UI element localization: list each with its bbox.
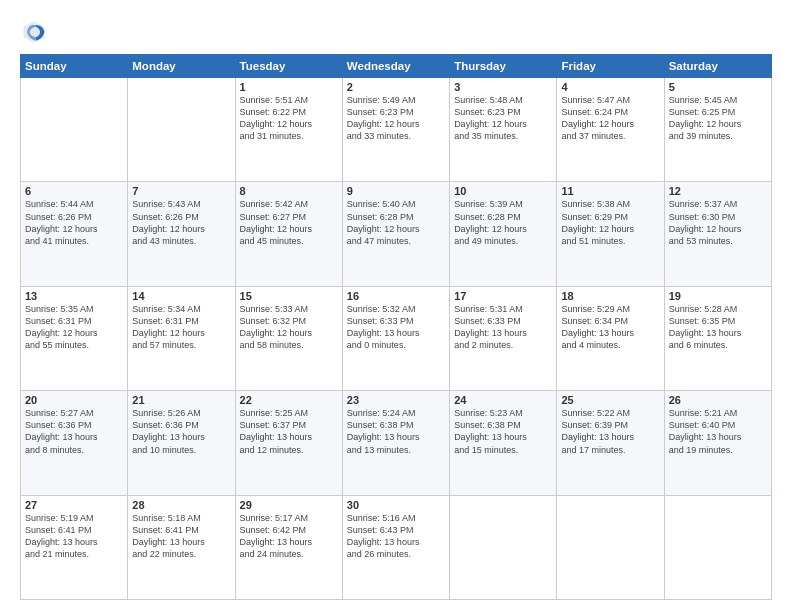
calendar-week-4: 20Sunrise: 5:27 AM Sunset: 6:36 PM Dayli… — [21, 391, 772, 495]
calendar-cell: 2Sunrise: 5:49 AM Sunset: 6:23 PM Daylig… — [342, 78, 449, 182]
cell-day-number: 22 — [240, 394, 338, 406]
calendar-week-1: 1Sunrise: 5:51 AM Sunset: 6:22 PM Daylig… — [21, 78, 772, 182]
cell-info-text: Sunrise: 5:21 AM Sunset: 6:40 PM Dayligh… — [669, 407, 767, 456]
calendar-cell: 23Sunrise: 5:24 AM Sunset: 6:38 PM Dayli… — [342, 391, 449, 495]
cell-day-number: 5 — [669, 81, 767, 93]
calendar-header-sunday: Sunday — [21, 55, 128, 78]
cell-day-number: 25 — [561, 394, 659, 406]
cell-info-text: Sunrise: 5:31 AM Sunset: 6:33 PM Dayligh… — [454, 303, 552, 352]
cell-info-text: Sunrise: 5:26 AM Sunset: 6:36 PM Dayligh… — [132, 407, 230, 456]
calendar-header-row: SundayMondayTuesdayWednesdayThursdayFrid… — [21, 55, 772, 78]
cell-day-number: 24 — [454, 394, 552, 406]
cell-info-text: Sunrise: 5:28 AM Sunset: 6:35 PM Dayligh… — [669, 303, 767, 352]
cell-day-number: 2 — [347, 81, 445, 93]
cell-info-text: Sunrise: 5:32 AM Sunset: 6:33 PM Dayligh… — [347, 303, 445, 352]
cell-info-text: Sunrise: 5:42 AM Sunset: 6:27 PM Dayligh… — [240, 198, 338, 247]
calendar-cell: 24Sunrise: 5:23 AM Sunset: 6:38 PM Dayli… — [450, 391, 557, 495]
cell-info-text: Sunrise: 5:33 AM Sunset: 6:32 PM Dayligh… — [240, 303, 338, 352]
logo — [20, 18, 52, 46]
calendar-cell: 3Sunrise: 5:48 AM Sunset: 6:23 PM Daylig… — [450, 78, 557, 182]
cell-day-number: 18 — [561, 290, 659, 302]
cell-info-text: Sunrise: 5:40 AM Sunset: 6:28 PM Dayligh… — [347, 198, 445, 247]
cell-day-number: 4 — [561, 81, 659, 93]
calendar-cell: 6Sunrise: 5:44 AM Sunset: 6:26 PM Daylig… — [21, 182, 128, 286]
calendar-cell: 20Sunrise: 5:27 AM Sunset: 6:36 PM Dayli… — [21, 391, 128, 495]
calendar-cell: 28Sunrise: 5:18 AM Sunset: 6:41 PM Dayli… — [128, 495, 235, 599]
calendar-table: SundayMondayTuesdayWednesdayThursdayFrid… — [20, 54, 772, 600]
calendar-week-2: 6Sunrise: 5:44 AM Sunset: 6:26 PM Daylig… — [21, 182, 772, 286]
calendar-cell: 13Sunrise: 5:35 AM Sunset: 6:31 PM Dayli… — [21, 286, 128, 390]
cell-day-number: 3 — [454, 81, 552, 93]
calendar-cell: 8Sunrise: 5:42 AM Sunset: 6:27 PM Daylig… — [235, 182, 342, 286]
calendar-cell — [557, 495, 664, 599]
generalblue-icon — [20, 18, 48, 46]
cell-day-number: 17 — [454, 290, 552, 302]
header — [20, 18, 772, 46]
cell-info-text: Sunrise: 5:43 AM Sunset: 6:26 PM Dayligh… — [132, 198, 230, 247]
cell-info-text: Sunrise: 5:24 AM Sunset: 6:38 PM Dayligh… — [347, 407, 445, 456]
cell-day-number: 8 — [240, 185, 338, 197]
calendar-cell: 7Sunrise: 5:43 AM Sunset: 6:26 PM Daylig… — [128, 182, 235, 286]
cell-info-text: Sunrise: 5:38 AM Sunset: 6:29 PM Dayligh… — [561, 198, 659, 247]
page: SundayMondayTuesdayWednesdayThursdayFrid… — [0, 0, 792, 612]
cell-day-number: 12 — [669, 185, 767, 197]
cell-info-text: Sunrise: 5:44 AM Sunset: 6:26 PM Dayligh… — [25, 198, 123, 247]
cell-info-text: Sunrise: 5:45 AM Sunset: 6:25 PM Dayligh… — [669, 94, 767, 143]
calendar-cell: 17Sunrise: 5:31 AM Sunset: 6:33 PM Dayli… — [450, 286, 557, 390]
cell-day-number: 27 — [25, 499, 123, 511]
cell-day-number: 19 — [669, 290, 767, 302]
cell-info-text: Sunrise: 5:22 AM Sunset: 6:39 PM Dayligh… — [561, 407, 659, 456]
cell-day-number: 26 — [669, 394, 767, 406]
calendar-cell — [128, 78, 235, 182]
calendar-week-3: 13Sunrise: 5:35 AM Sunset: 6:31 PM Dayli… — [21, 286, 772, 390]
calendar-cell: 4Sunrise: 5:47 AM Sunset: 6:24 PM Daylig… — [557, 78, 664, 182]
cell-info-text: Sunrise: 5:16 AM Sunset: 6:43 PM Dayligh… — [347, 512, 445, 561]
cell-info-text: Sunrise: 5:47 AM Sunset: 6:24 PM Dayligh… — [561, 94, 659, 143]
calendar-cell: 19Sunrise: 5:28 AM Sunset: 6:35 PM Dayli… — [664, 286, 771, 390]
calendar-cell: 22Sunrise: 5:25 AM Sunset: 6:37 PM Dayli… — [235, 391, 342, 495]
cell-day-number: 1 — [240, 81, 338, 93]
cell-info-text: Sunrise: 5:34 AM Sunset: 6:31 PM Dayligh… — [132, 303, 230, 352]
calendar-cell: 9Sunrise: 5:40 AM Sunset: 6:28 PM Daylig… — [342, 182, 449, 286]
cell-info-text: Sunrise: 5:27 AM Sunset: 6:36 PM Dayligh… — [25, 407, 123, 456]
calendar-header-thursday: Thursday — [450, 55, 557, 78]
calendar-cell — [664, 495, 771, 599]
calendar-cell: 25Sunrise: 5:22 AM Sunset: 6:39 PM Dayli… — [557, 391, 664, 495]
cell-day-number: 10 — [454, 185, 552, 197]
cell-day-number: 6 — [25, 185, 123, 197]
cell-info-text: Sunrise: 5:18 AM Sunset: 6:41 PM Dayligh… — [132, 512, 230, 561]
cell-day-number: 14 — [132, 290, 230, 302]
cell-day-number: 21 — [132, 394, 230, 406]
calendar-cell: 11Sunrise: 5:38 AM Sunset: 6:29 PM Dayli… — [557, 182, 664, 286]
cell-day-number: 20 — [25, 394, 123, 406]
cell-info-text: Sunrise: 5:39 AM Sunset: 6:28 PM Dayligh… — [454, 198, 552, 247]
calendar-cell: 15Sunrise: 5:33 AM Sunset: 6:32 PM Dayli… — [235, 286, 342, 390]
cell-day-number: 16 — [347, 290, 445, 302]
calendar-cell: 1Sunrise: 5:51 AM Sunset: 6:22 PM Daylig… — [235, 78, 342, 182]
cell-info-text: Sunrise: 5:49 AM Sunset: 6:23 PM Dayligh… — [347, 94, 445, 143]
calendar-header-tuesday: Tuesday — [235, 55, 342, 78]
cell-info-text: Sunrise: 5:23 AM Sunset: 6:38 PM Dayligh… — [454, 407, 552, 456]
calendar-cell: 21Sunrise: 5:26 AM Sunset: 6:36 PM Dayli… — [128, 391, 235, 495]
calendar-week-5: 27Sunrise: 5:19 AM Sunset: 6:41 PM Dayli… — [21, 495, 772, 599]
calendar-cell: 26Sunrise: 5:21 AM Sunset: 6:40 PM Dayli… — [664, 391, 771, 495]
calendar-cell: 27Sunrise: 5:19 AM Sunset: 6:41 PM Dayli… — [21, 495, 128, 599]
cell-day-number: 15 — [240, 290, 338, 302]
cell-day-number: 7 — [132, 185, 230, 197]
calendar-cell — [450, 495, 557, 599]
cell-day-number: 29 — [240, 499, 338, 511]
cell-day-number: 11 — [561, 185, 659, 197]
cell-day-number: 30 — [347, 499, 445, 511]
calendar-cell: 16Sunrise: 5:32 AM Sunset: 6:33 PM Dayli… — [342, 286, 449, 390]
cell-day-number: 9 — [347, 185, 445, 197]
calendar-header-monday: Monday — [128, 55, 235, 78]
cell-info-text: Sunrise: 5:37 AM Sunset: 6:30 PM Dayligh… — [669, 198, 767, 247]
calendar-cell: 5Sunrise: 5:45 AM Sunset: 6:25 PM Daylig… — [664, 78, 771, 182]
cell-info-text: Sunrise: 5:48 AM Sunset: 6:23 PM Dayligh… — [454, 94, 552, 143]
calendar-cell: 10Sunrise: 5:39 AM Sunset: 6:28 PM Dayli… — [450, 182, 557, 286]
cell-info-text: Sunrise: 5:17 AM Sunset: 6:42 PM Dayligh… — [240, 512, 338, 561]
cell-info-text: Sunrise: 5:35 AM Sunset: 6:31 PM Dayligh… — [25, 303, 123, 352]
calendar-cell: 12Sunrise: 5:37 AM Sunset: 6:30 PM Dayli… — [664, 182, 771, 286]
calendar-cell: 30Sunrise: 5:16 AM Sunset: 6:43 PM Dayli… — [342, 495, 449, 599]
calendar-cell — [21, 78, 128, 182]
